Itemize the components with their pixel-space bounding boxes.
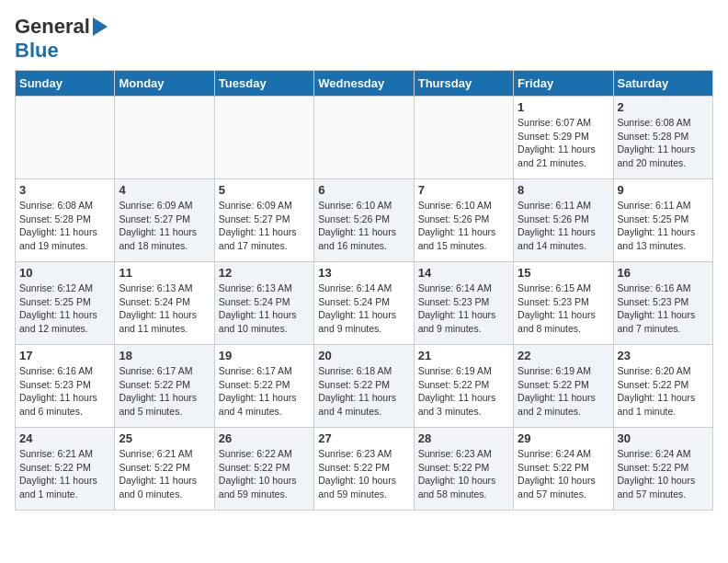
- weekday-header-monday: Monday: [115, 71, 214, 97]
- day-info: Sunrise: 6:14 AMSunset: 5:24 PMDaylight:…: [318, 282, 409, 336]
- day-number: 17: [19, 349, 110, 362]
- day-info: Sunrise: 6:11 AMSunset: 5:26 PMDaylight:…: [518, 199, 609, 253]
- weekday-header-saturday: Saturday: [613, 71, 712, 97]
- calendar-cell: 28Sunrise: 6:23 AMSunset: 5:22 PMDayligh…: [414, 428, 513, 511]
- logo-blue: Blue: [15, 39, 59, 62]
- day-number: 9: [618, 183, 709, 197]
- calendar-cell: 15Sunrise: 6:15 AMSunset: 5:23 PMDayligh…: [514, 262, 613, 345]
- week-row-2: 3Sunrise: 6:08 AMSunset: 5:28 PMDaylight…: [16, 179, 713, 262]
- weekday-header-wednesday: Wednesday: [314, 71, 414, 97]
- week-row-1: 1Sunrise: 6:07 AMSunset: 5:29 PMDaylight…: [16, 97, 713, 179]
- calendar-cell: 11Sunrise: 6:13 AMSunset: 5:24 PMDayligh…: [115, 262, 214, 345]
- week-row-3: 10Sunrise: 6:12 AMSunset: 5:25 PMDayligh…: [16, 262, 713, 345]
- weekday-header-friday: Friday: [514, 71, 613, 97]
- calendar-cell: [16, 97, 115, 179]
- weekday-header-thursday: Thursday: [414, 71, 513, 97]
- day-number: 23: [618, 349, 709, 362]
- day-number: 6: [318, 183, 409, 197]
- calendar-body: 1Sunrise: 6:07 AMSunset: 5:29 PMDaylight…: [16, 97, 713, 511]
- day-info: Sunrise: 6:20 AMSunset: 5:22 PMDaylight:…: [618, 364, 709, 419]
- logo-general: General: [15, 15, 90, 39]
- day-info: Sunrise: 6:13 AMSunset: 5:24 PMDaylight:…: [119, 282, 210, 336]
- day-number: 14: [418, 266, 509, 280]
- day-number: 19: [219, 349, 310, 362]
- day-info: Sunrise: 6:18 AMSunset: 5:22 PMDaylight:…: [318, 364, 409, 419]
- calendar-cell: 19Sunrise: 6:17 AMSunset: 5:22 PMDayligh…: [214, 345, 313, 428]
- calendar-cell: [214, 97, 313, 179]
- day-number: 5: [219, 183, 310, 197]
- calendar-cell: 6Sunrise: 6:10 AMSunset: 5:26 PMDaylight…: [314, 179, 414, 262]
- day-number: 10: [19, 266, 110, 280]
- logo: General Blue: [15, 15, 108, 63]
- week-row-5: 24Sunrise: 6:21 AMSunset: 5:22 PMDayligh…: [16, 428, 713, 511]
- day-info: Sunrise: 6:13 AMSunset: 5:24 PMDaylight:…: [219, 282, 310, 336]
- calendar-cell: 27Sunrise: 6:23 AMSunset: 5:22 PMDayligh…: [314, 428, 414, 511]
- calendar-cell: 10Sunrise: 6:12 AMSunset: 5:25 PMDayligh…: [16, 262, 115, 345]
- calendar-cell: [414, 97, 513, 179]
- day-number: 29: [518, 431, 609, 445]
- day-info: Sunrise: 6:10 AMSunset: 5:26 PMDaylight:…: [418, 199, 509, 253]
- calendar-cell: [314, 97, 414, 179]
- calendar-cell: 4Sunrise: 6:09 AMSunset: 5:27 PMDaylight…: [115, 179, 214, 262]
- day-number: 25: [119, 431, 210, 445]
- calendar-cell: 23Sunrise: 6:20 AMSunset: 5:22 PMDayligh…: [613, 345, 712, 428]
- calendar-cell: 18Sunrise: 6:17 AMSunset: 5:22 PMDayligh…: [115, 345, 214, 428]
- weekday-header-sunday: Sunday: [16, 71, 115, 97]
- day-number: 3: [19, 183, 110, 197]
- calendar-cell: 26Sunrise: 6:22 AMSunset: 5:22 PMDayligh…: [214, 428, 313, 511]
- day-info: Sunrise: 6:16 AMSunset: 5:23 PMDaylight:…: [19, 364, 110, 419]
- day-number: 20: [318, 349, 409, 362]
- week-row-4: 17Sunrise: 6:16 AMSunset: 5:23 PMDayligh…: [16, 345, 713, 428]
- calendar-cell: 12Sunrise: 6:13 AMSunset: 5:24 PMDayligh…: [214, 262, 313, 345]
- calendar-cell: 16Sunrise: 6:16 AMSunset: 5:23 PMDayligh…: [613, 262, 712, 345]
- day-info: Sunrise: 6:24 AMSunset: 5:22 PMDaylight:…: [518, 447, 609, 501]
- day-number: 18: [119, 349, 210, 362]
- day-number: 27: [318, 431, 409, 445]
- day-info: Sunrise: 6:09 AMSunset: 5:27 PMDaylight:…: [119, 199, 210, 253]
- day-info: Sunrise: 6:15 AMSunset: 5:23 PMDaylight:…: [518, 282, 609, 336]
- day-number: 11: [119, 266, 210, 280]
- day-info: Sunrise: 6:10 AMSunset: 5:26 PMDaylight:…: [318, 199, 409, 253]
- calendar-cell: 14Sunrise: 6:14 AMSunset: 5:23 PMDayligh…: [414, 262, 513, 345]
- page-header: General Blue: [15, 15, 713, 63]
- calendar-cell: 30Sunrise: 6:24 AMSunset: 5:22 PMDayligh…: [613, 428, 712, 511]
- calendar-cell: 9Sunrise: 6:11 AMSunset: 5:25 PMDaylight…: [613, 179, 712, 262]
- day-info: Sunrise: 6:24 AMSunset: 5:22 PMDaylight:…: [618, 447, 709, 501]
- weekday-header-tuesday: Tuesday: [214, 71, 313, 97]
- calendar-cell: 7Sunrise: 6:10 AMSunset: 5:26 PMDaylight…: [414, 179, 513, 262]
- day-number: 16: [618, 266, 709, 280]
- calendar-table: SundayMondayTuesdayWednesdayThursdayFrid…: [15, 70, 713, 511]
- day-info: Sunrise: 6:21 AMSunset: 5:22 PMDaylight:…: [119, 447, 210, 501]
- day-info: Sunrise: 6:19 AMSunset: 5:22 PMDaylight:…: [518, 364, 609, 419]
- day-number: 30: [618, 431, 709, 445]
- calendar-cell: 17Sunrise: 6:16 AMSunset: 5:23 PMDayligh…: [16, 345, 115, 428]
- day-info: Sunrise: 6:17 AMSunset: 5:22 PMDaylight:…: [219, 364, 310, 419]
- day-number: 4: [119, 183, 210, 197]
- day-number: 24: [19, 431, 110, 445]
- day-number: 7: [418, 183, 509, 197]
- day-number: 2: [618, 100, 709, 114]
- day-info: Sunrise: 6:11 AMSunset: 5:25 PMDaylight:…: [618, 199, 709, 253]
- calendar-cell: 24Sunrise: 6:21 AMSunset: 5:22 PMDayligh…: [16, 428, 115, 511]
- calendar-cell: 13Sunrise: 6:14 AMSunset: 5:24 PMDayligh…: [314, 262, 414, 345]
- logo-arrow-icon: [93, 17, 108, 36]
- calendar-cell: [115, 97, 214, 179]
- day-info: Sunrise: 6:19 AMSunset: 5:22 PMDaylight:…: [418, 364, 509, 419]
- day-info: Sunrise: 6:08 AMSunset: 5:28 PMDaylight:…: [19, 199, 110, 253]
- day-info: Sunrise: 6:12 AMSunset: 5:25 PMDaylight:…: [19, 282, 110, 336]
- calendar-cell: 1Sunrise: 6:07 AMSunset: 5:29 PMDaylight…: [514, 97, 613, 179]
- weekday-header-row: SundayMondayTuesdayWednesdayThursdayFrid…: [16, 71, 713, 97]
- day-number: 22: [518, 349, 609, 362]
- day-info: Sunrise: 6:07 AMSunset: 5:29 PMDaylight:…: [518, 116, 609, 170]
- calendar-cell: 2Sunrise: 6:08 AMSunset: 5:28 PMDaylight…: [613, 97, 712, 179]
- calendar-cell: 3Sunrise: 6:08 AMSunset: 5:28 PMDaylight…: [16, 179, 115, 262]
- calendar-cell: 21Sunrise: 6:19 AMSunset: 5:22 PMDayligh…: [414, 345, 513, 428]
- day-info: Sunrise: 6:08 AMSunset: 5:28 PMDaylight:…: [618, 116, 709, 170]
- day-info: Sunrise: 6:23 AMSunset: 5:22 PMDaylight:…: [318, 447, 409, 501]
- day-number: 1: [518, 100, 609, 114]
- day-info: Sunrise: 6:23 AMSunset: 5:22 PMDaylight:…: [418, 447, 509, 501]
- calendar-cell: 8Sunrise: 6:11 AMSunset: 5:26 PMDaylight…: [514, 179, 613, 262]
- calendar-cell: 5Sunrise: 6:09 AMSunset: 5:27 PMDaylight…: [214, 179, 313, 262]
- day-info: Sunrise: 6:09 AMSunset: 5:27 PMDaylight:…: [219, 199, 310, 253]
- day-number: 26: [219, 431, 310, 445]
